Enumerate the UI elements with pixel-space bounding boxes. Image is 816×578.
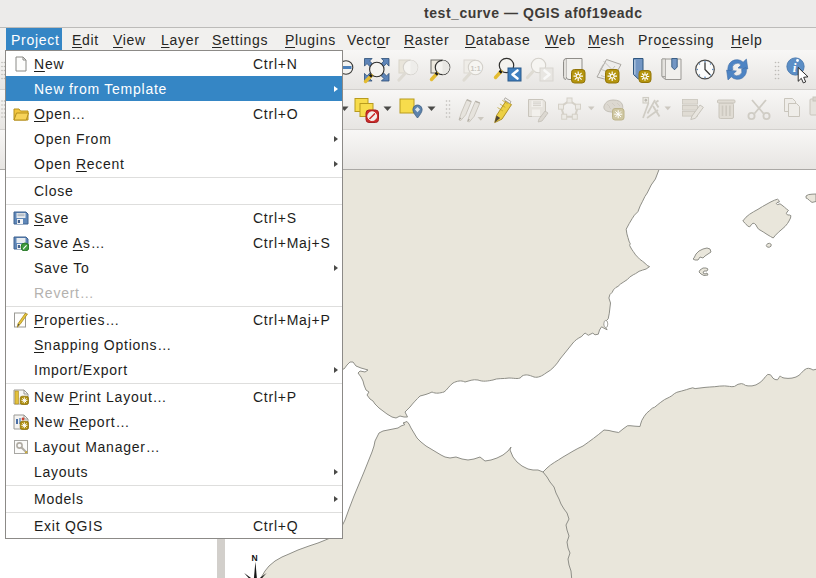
svg-text:i: i <box>793 60 797 75</box>
svg-text:1:1: 1:1 <box>470 65 480 72</box>
svg-text:N: N <box>251 553 257 563</box>
